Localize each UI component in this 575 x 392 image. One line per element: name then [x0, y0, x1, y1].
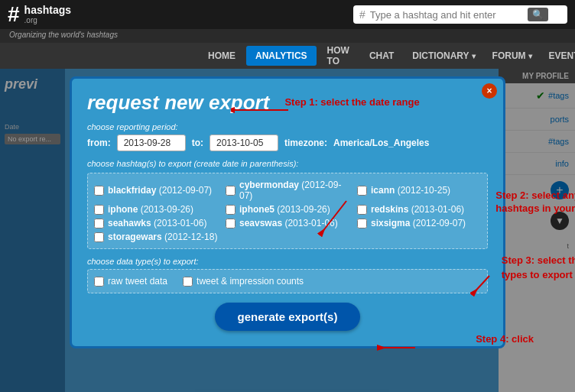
step2-arrow-icon: [316, 197, 354, 243]
generate-row: generate export(s) Step 4: click: [87, 303, 488, 331]
hashtag-iphone-checkbox[interactable]: [94, 205, 104, 215]
from-date-input[interactable]: [117, 134, 186, 151]
nav-events[interactable]: EVENTS: [541, 46, 575, 66]
hashtag-seahawks-checkbox[interactable]: [94, 219, 104, 228]
data-type-raw-checkbox[interactable]: [94, 277, 104, 287]
hashtag-icann-checkbox[interactable]: [357, 186, 367, 196]
hashtag-redskins-label: redskins (2013-01-06): [371, 204, 464, 215]
modal-close-button[interactable]: ×: [482, 83, 497, 99]
nav-chat[interactable]: CHAT: [360, 46, 403, 66]
hashtag-storagewars-checkbox[interactable]: [94, 232, 104, 242]
search-button[interactable]: 🔍: [528, 8, 548, 21]
hashtag-seahawks-label: seahawks (2013-01-06): [108, 218, 206, 228]
hashtag-seahawks: seahawks (2013-01-06): [94, 218, 218, 228]
hashtag-sixsigma-checkbox[interactable]: [357, 219, 367, 228]
to-date-input[interactable]: [210, 134, 278, 151]
nav-dictionary[interactable]: DICTIONARY: [404, 46, 482, 66]
data-type-raw-label: raw tweet data: [108, 276, 167, 287]
step1-annotation: Step 1: select the date range: [284, 96, 419, 108]
subtitle-bar: Organizing the world's hashtags: [0, 29, 575, 43]
generate-export-button[interactable]: generate export(s): [215, 303, 361, 331]
logo-hash-icon: #: [8, 4, 20, 25]
hashtag-iphone-label: iphone (2013-09-26): [108, 204, 193, 215]
hashtag-sixsigma-label: sixsigma (2012-09-07): [371, 218, 466, 228]
modal-overlay: × request new export Step 1: select the: [0, 69, 575, 392]
data-type-impressions: tweet & impression counts: [183, 276, 304, 287]
search-input[interactable]: [370, 9, 523, 21]
logo-text: hashtags .org: [24, 5, 71, 24]
modal: × request new export Step 1: select the: [70, 76, 505, 348]
hashtag-icann: icann (2012-10-25): [357, 180, 481, 201]
nav-howto[interactable]: HOW TO: [318, 40, 359, 71]
logo-hashtags: hashtags: [24, 5, 71, 16]
from-label: from:: [87, 138, 111, 148]
hashtag-iphone: iphone (2013-09-26): [94, 204, 218, 215]
logo-area: # hashtags .org: [8, 4, 71, 25]
search-hash-icon: #: [359, 8, 365, 21]
nav-home[interactable]: HOME: [199, 46, 245, 66]
data-types-grid: raw tweet data tweet & impression counts: [87, 269, 488, 293]
step1-arrow-icon: [231, 99, 292, 121]
step4-annotation: Step 4: click: [476, 333, 534, 345]
hashtag-iphone5-checkbox[interactable]: [226, 205, 236, 215]
nav-forum[interactable]: FORUM: [485, 46, 540, 66]
main-nav: HOME ANALYTICS HOW TO CHAT DICTIONARY FO…: [0, 43, 575, 69]
hashtag-blackfriday-checkbox[interactable]: [94, 186, 104, 196]
hashtag-blackfriday: blackfriday (2012-09-07): [94, 180, 218, 201]
hashtag-cybermonday-checkbox[interactable]: [226, 186, 236, 196]
step2-annotation: Step 2: select any trackedhashtags in yo…: [495, 190, 575, 215]
data-type-impressions-label: tweet & impression counts: [197, 276, 304, 287]
hashtag-grid: blackfriday (2012-09-07) cybermonday (20…: [87, 173, 488, 249]
timezone-value: America/Los_Angeles: [333, 138, 429, 148]
svg-line-3: [320, 201, 346, 235]
step3-arrow-icon: [470, 272, 493, 303]
date-row: from: to: timezone: America/Los_Angeles: [87, 134, 488, 151]
hashtag-sixsigma: sixsigma (2012-09-07): [357, 218, 481, 228]
data-types-section: choose data type(s) to export: raw tweet…: [87, 257, 488, 293]
step4-arrow-icon: [373, 336, 419, 359]
hashtags-section-label: choose hashtag(s) to export (create date…: [87, 159, 488, 168]
top-nav: # hashtags .org # 🔍: [0, 0, 575, 29]
logo-org: .org: [24, 16, 71, 24]
nav-analytics[interactable]: ANALYTICS: [246, 46, 317, 66]
hashtag-redskins: redskins (2013-01-06): [357, 204, 481, 215]
data-type-impressions-checkbox[interactable]: [183, 277, 193, 287]
hashtag-seavswas-checkbox[interactable]: [226, 219, 236, 228]
reporting-period-label: choose reporting period:: [87, 122, 488, 131]
data-type-raw: raw tweet data: [94, 276, 167, 287]
step3-annotation: Step 3: select the datatypes to export: [502, 254, 575, 280]
page-content: previ Date No export re... MY PROFILE ✔ …: [0, 69, 575, 392]
hashtag-blackfriday-label: blackfriday (2012-09-07): [108, 185, 212, 196]
search-bar: # 🔍: [353, 5, 567, 24]
hashtag-redskins-checkbox[interactable]: [357, 205, 367, 215]
svg-line-5: [472, 276, 489, 295]
step3-annotation-container: Step 3: select the datatypes to export: [502, 253, 575, 282]
hashtag-storagewars: storagewars (2012-12-18): [94, 232, 218, 242]
data-types-label: choose data type(s) to export:: [87, 257, 488, 266]
timezone-label: timezone:: [284, 138, 327, 148]
to-label: to:: [192, 138, 203, 148]
subtitle-text: Organizing the world's hashtags: [9, 31, 118, 39]
hashtag-storagewars-label: storagewars (2012-12-18): [108, 232, 217, 242]
hashtag-icann-label: icann (2012-10-25): [371, 185, 450, 196]
